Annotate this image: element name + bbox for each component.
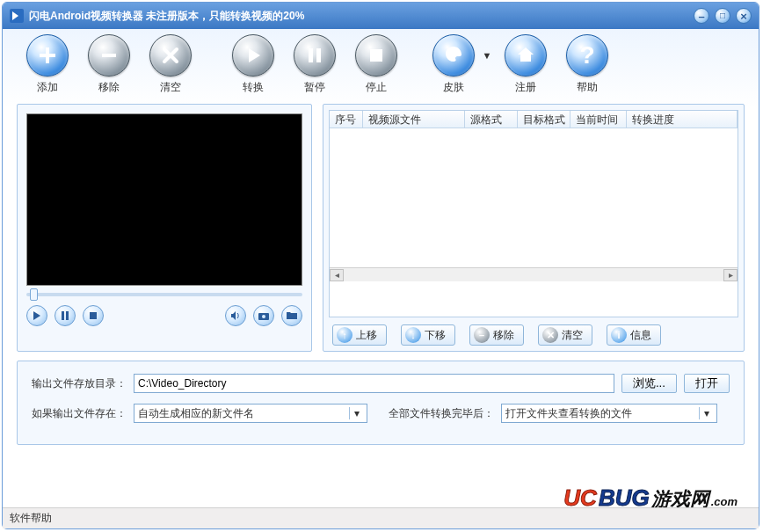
col-src-fmt[interactable]: 源格式 [465,111,518,128]
after-convert-select[interactable]: 打开文件夹查看转换的文件 ▾ [501,404,717,423]
info-icon: i [611,327,627,343]
add-button[interactable] [26,34,69,77]
minus-icon: – [474,327,490,343]
skin-button[interactable] [432,34,475,77]
scroll-left-arrow[interactable]: ◂ [330,269,344,281]
svg-rect-4 [62,311,64,320]
convert-button[interactable] [232,34,274,77]
svg-rect-1 [309,48,313,62]
register-label: 注册 [495,80,556,95]
pause-button[interactable] [294,34,336,77]
chevron-down-icon: ▾ [699,407,713,419]
list-clear-button[interactable]: ✕ 清空 [538,324,592,346]
pause-label: 暂停 [284,80,345,95]
window-title: 闪电Android视频转换器 未注册版本，只能转换视频的20% [29,9,304,24]
stop-icon [368,47,384,63]
grid-body [330,128,738,267]
play-icon [243,46,263,65]
minus-icon [98,45,120,66]
plus-icon [37,45,58,66]
play-icon [33,311,41,320]
output-panel: 输出文件存放目录： 浏览... 打开 如果输出文件存在： 自动生成相应的新文件名… [17,361,745,445]
camera-icon [258,311,269,320]
output-dir-label: 输出文件存放目录： [32,376,127,391]
add-label: 添加 [17,80,78,95]
open-folder-button[interactable] [281,305,302,326]
if-exists-label: 如果输出文件存在： [32,406,127,421]
help-button[interactable]: ? [566,34,608,77]
status-bar: 软件帮助 [3,507,759,528]
file-grid[interactable]: 序号 视频源文件 源格式 目标格式 当前时间 转换进度 ◂ ▸ [329,110,738,317]
minimize-button[interactable]: – [694,8,709,24]
move-up-label: 上移 [356,328,377,343]
clear-button[interactable] [149,34,192,77]
preview-play-button[interactable] [26,305,47,326]
seek-slider[interactable] [26,293,302,296]
list-remove-label: 移除 [493,328,514,343]
remove-button[interactable] [88,34,130,77]
scroll-right-arrow[interactable]: ▸ [723,269,738,281]
move-down-label: 下移 [425,328,446,343]
horizontal-scrollbar[interactable]: ◂ ▸ [330,267,738,281]
chevron-down-icon: ▼ [483,50,492,61]
svg-rect-5 [66,311,69,320]
svg-rect-0 [102,54,116,57]
preview-stop-button[interactable] [83,305,104,326]
col-index[interactable]: 序号 [330,111,363,128]
output-dir-input[interactable] [134,374,614,393]
speaker-icon [230,310,241,321]
svg-point-8 [262,315,265,318]
remove-label: 移除 [78,80,140,95]
browse-button[interactable]: 浏览... [621,374,677,393]
skin-dropdown[interactable]: ▼ [479,34,495,77]
open-button[interactable]: 打开 [684,374,730,393]
status-text: 软件帮助 [10,511,52,526]
stop-icon [89,311,98,320]
if-exists-value: 自动生成相应的新文件名 [138,406,254,421]
x-icon: ✕ [542,327,558,343]
grid-header: 序号 视频源文件 源格式 目标格式 当前时间 转换进度 [330,111,738,128]
video-preview [26,113,302,286]
app-icon [10,9,24,23]
down-arrow-icon: ↓ [405,327,421,343]
pause-icon [306,47,323,64]
question-icon: ? [579,41,594,69]
list-remove-button[interactable]: – 移除 [469,324,524,346]
title-bar: 闪电Android视频转换器 未注册版本，只能转换视频的20% – □ × [3,3,759,29]
clear-label: 清空 [140,80,201,95]
folder-icon [287,311,297,320]
list-clear-label: 清空 [562,328,583,343]
up-arrow-icon: ↑ [337,327,352,343]
svg-rect-2 [316,48,321,62]
col-time[interactable]: 当前时间 [570,111,627,128]
move-up-button[interactable]: ↑ 上移 [332,324,387,346]
move-down-button[interactable]: ↓ 下移 [401,324,455,346]
help-label: 帮助 [556,80,618,95]
info-button[interactable]: i 信息 [607,324,661,346]
after-convert-label: 全部文件转换完毕后： [389,406,494,421]
home-icon [515,45,536,66]
chevron-down-icon: ▾ [349,407,363,419]
main-toolbar: 添加 移除 清空 转换 [3,29,759,95]
col-dst-fmt[interactable]: 目标格式 [518,111,570,128]
convert-label: 转换 [222,80,284,95]
info-label: 信息 [630,328,651,343]
seek-thumb[interactable] [30,288,38,301]
if-exists-select[interactable]: 自动生成相应的新文件名 ▾ [134,404,367,423]
file-list-panel: 序号 视频源文件 源格式 目标格式 当前时间 转换进度 ◂ ▸ ↑ 上移 [323,104,745,352]
stop-button[interactable] [355,34,397,77]
x-icon [161,46,180,65]
close-button[interactable]: × [736,8,752,24]
snapshot-button[interactable] [253,305,274,326]
after-convert-value: 打开文件夹查看转换的文件 [505,406,632,421]
volume-button[interactable] [225,305,246,326]
preview-panel [17,104,312,352]
col-progress[interactable]: 转换进度 [627,111,738,128]
col-source[interactable]: 视频源文件 [363,111,465,128]
maximize-button[interactable]: □ [715,8,730,24]
svg-rect-3 [370,49,382,62]
register-button[interactable] [505,34,547,77]
svg-rect-6 [90,312,97,319]
preview-pause-button[interactable] [54,305,76,326]
app-window: 闪电Android视频转换器 未注册版本，只能转换视频的20% – □ × 添加… [2,2,759,529]
